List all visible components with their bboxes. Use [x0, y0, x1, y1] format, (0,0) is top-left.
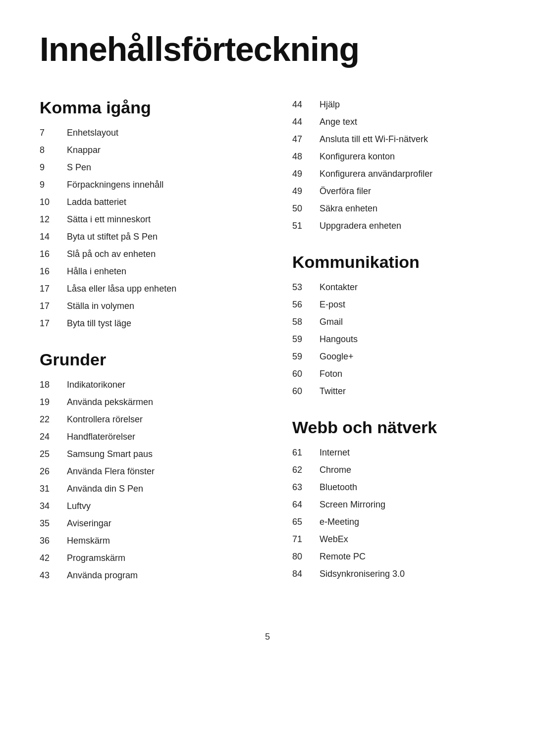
toc-text: Sidsynkronisering 3.0: [320, 567, 495, 581]
toc-number: 9: [40, 178, 67, 192]
section-title-left-1: Grunder: [40, 350, 243, 369]
toc-text: Uppgradera enheten: [320, 219, 495, 233]
content-wrapper: Komma igång7Enhetslayout8Knappar9S Pen9F…: [40, 98, 495, 602]
page-number: 5: [265, 632, 270, 642]
table-row: 31Använda din S Pen: [40, 482, 243, 496]
toc-number: 9: [40, 161, 67, 174]
table-row: 80Remote PC: [292, 550, 495, 563]
toc-number: 17: [40, 300, 67, 313]
toc-number: 65: [292, 515, 320, 529]
toc-text: Internet: [320, 446, 495, 459]
toc-text: Bluetooth: [320, 481, 495, 494]
toc-text: Enhetslayout: [67, 126, 243, 140]
table-row: 36Hemskärm: [40, 534, 243, 548]
toc-text: E-post: [320, 298, 495, 311]
table-row: 51Uppgradera enheten: [292, 219, 495, 233]
table-row: 49Överföra filer: [292, 185, 495, 198]
toc-text: Byta till tyst läge: [67, 317, 243, 330]
toc-number: 44: [292, 115, 320, 129]
table-row: 9Förpackningens innehåll: [40, 178, 243, 192]
toc-text: Samsung Smart paus: [67, 448, 243, 461]
toc-text: e-Meeting: [320, 515, 495, 529]
toc-text: Kontrollera rörelser: [67, 413, 243, 426]
section-title-right-2: Webb och nätverk: [292, 418, 495, 437]
table-row: 44Ange text: [292, 115, 495, 129]
toc-number: 19: [40, 396, 67, 409]
toc-list-right-0: 44Hjälp44Ange text47Ansluta till ett Wi-…: [292, 98, 495, 233]
toc-text: Indikatorikoner: [67, 378, 243, 392]
table-row: 10Ladda batteriet: [40, 196, 243, 209]
toc-text: S Pen: [67, 161, 243, 174]
table-row: 17Byta till tyst läge: [40, 317, 243, 330]
table-row: 7Enhetslayout: [40, 126, 243, 140]
toc-text: WebEx: [320, 533, 495, 546]
toc-number: 80: [292, 550, 320, 563]
toc-text: Ställa in volymen: [67, 300, 243, 313]
toc-text: Google+: [320, 350, 495, 363]
table-row: 60Twitter: [292, 385, 495, 398]
toc-number: 34: [40, 500, 67, 513]
toc-list-right-2: 61Internet62Chrome63Bluetooth64Screen Mi…: [292, 446, 495, 581]
table-row: 56E-post: [292, 298, 495, 311]
table-row: 8Knappar: [40, 144, 243, 157]
toc-text: Hemskärm: [67, 534, 243, 548]
table-row: 43Använda program: [40, 569, 243, 582]
toc-number: 48: [292, 150, 320, 163]
table-row: 58Gmail: [292, 315, 495, 329]
table-row: 62Chrome: [292, 463, 495, 477]
table-row: 64Screen Mirroring: [292, 498, 495, 511]
table-row: 16Slå på och av enheten: [40, 248, 243, 261]
toc-number: 42: [40, 552, 67, 565]
toc-text: Hålla i enheten: [67, 265, 243, 278]
table-row: 59Hangouts: [292, 333, 495, 346]
toc-text: Ange text: [320, 115, 495, 129]
toc-text: Säkra enheten: [320, 202, 495, 215]
toc-number: 49: [292, 185, 320, 198]
toc-text: Aviseringar: [67, 517, 243, 530]
toc-text: Sätta i ett minneskort: [67, 213, 243, 226]
table-row: 44Hjälp: [292, 98, 495, 111]
toc-text: Använda Flera fönster: [67, 465, 243, 478]
toc-number: 14: [40, 230, 67, 244]
toc-number: 58: [292, 315, 320, 329]
toc-number: 16: [40, 248, 67, 261]
table-row: 26Använda Flera fönster: [40, 465, 243, 478]
toc-number: 59: [292, 350, 320, 363]
table-row: 25Samsung Smart paus: [40, 448, 243, 461]
table-row: 84Sidsynkronisering 3.0: [292, 567, 495, 581]
toc-text: Förpackningens innehåll: [67, 178, 243, 192]
toc-number: 53: [292, 281, 320, 294]
toc-number: 60: [292, 385, 320, 398]
toc-text: Handflaterörelser: [67, 430, 243, 444]
table-row: 63Bluetooth: [292, 481, 495, 494]
toc-number: 31: [40, 482, 67, 496]
table-row: 35Aviseringar: [40, 517, 243, 530]
toc-number: 10: [40, 196, 67, 209]
toc-number: 7: [40, 126, 67, 140]
toc-number: 47: [292, 133, 320, 146]
table-row: 17Låsa eller låsa upp enheten: [40, 282, 243, 296]
toc-number: 17: [40, 282, 67, 296]
table-row: 50Säkra enheten: [292, 202, 495, 215]
toc-number: 64: [292, 498, 320, 511]
toc-text: Ansluta till ett Wi-Fi-nätverk: [320, 133, 495, 146]
toc-text: Remote PC: [320, 550, 495, 563]
table-row: 24Handflaterörelser: [40, 430, 243, 444]
toc-text: Använda din S Pen: [67, 482, 243, 496]
toc-text: Hjälp: [320, 98, 495, 111]
left-column: Komma igång7Enhetslayout8Knappar9S Pen9F…: [40, 98, 253, 602]
toc-text: Konfigurera användarprofiler: [320, 167, 495, 181]
toc-number: 18: [40, 378, 67, 392]
toc-number: 22: [40, 413, 67, 426]
table-row: 47Ansluta till ett Wi-Fi-nätverk: [292, 133, 495, 146]
toc-number: 26: [40, 465, 67, 478]
toc-text: Byta ut stiftet på S Pen: [67, 230, 243, 244]
toc-number: 24: [40, 430, 67, 444]
toc-number: 43: [40, 569, 67, 582]
toc-text: Låsa eller låsa upp enheten: [67, 282, 243, 296]
toc-text: Överföra filer: [320, 185, 495, 198]
table-row: 12Sätta i ett minneskort: [40, 213, 243, 226]
toc-text: Hangouts: [320, 333, 495, 346]
toc-text: Foton: [320, 367, 495, 381]
page-title: Innehållsförteckning: [40, 30, 495, 68]
